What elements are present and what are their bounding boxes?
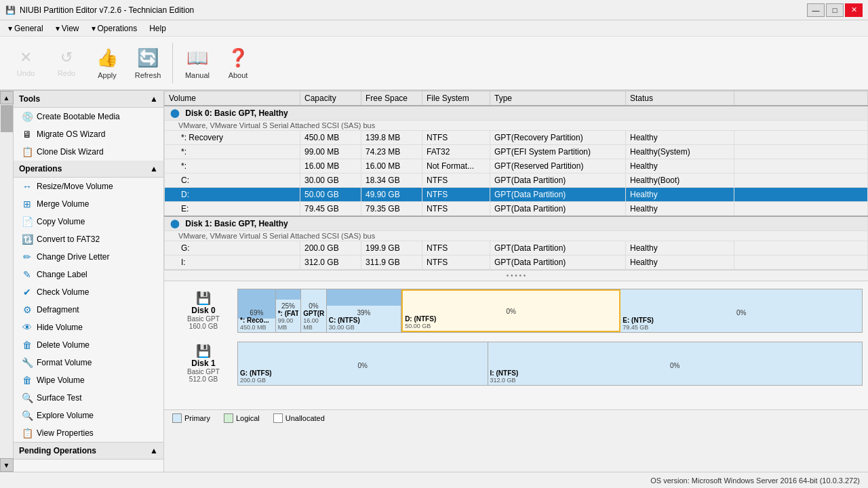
sidebar-check[interactable]: ✔ Check Volume xyxy=(14,283,163,301)
menu-general[interactable]: ▾ General xyxy=(3,22,49,35)
disk1-label: 💾 Disk 1 Basic GPT 512.0 GB xyxy=(170,341,237,386)
disk0-header-row: ⬤ Disk 0: Basic GPT, Healthy xyxy=(165,106,868,121)
refresh-button[interactable]: 🔄 Refresh xyxy=(129,39,167,87)
disk1-size: 512.0 GB xyxy=(172,375,235,383)
partition-label-area: 0%G: (NTFS)200.0 GB xyxy=(238,361,488,385)
main-area: ▲ ▼ Tools ▲ 💿 Create Bootable Media 🖥 Mi… xyxy=(0,91,868,472)
disk1-header-row: ⬤ Disk 1: Basic GPT, Healthy xyxy=(165,216,868,231)
undo-icon: ✕ xyxy=(20,49,32,66)
sidebar-convert-fat32[interactable]: 🔃 Convert to FAT32 xyxy=(14,230,163,248)
pending-header-label: Pending Operations xyxy=(19,446,96,455)
partition-block[interactable]: 0%GPT(Re...16.00 MB xyxy=(301,289,326,332)
redo-icon: ↺ xyxy=(60,49,73,66)
table-row[interactable]: *: Recovery 450.0 MB 139.8 MB NTFS GPT(R… xyxy=(165,131,868,145)
table-row[interactable]: *: 99.00 MB 74.23 MB FAT32 GPT(EFI Syste… xyxy=(165,145,868,159)
titlebar-controls: — □ ✕ xyxy=(807,3,863,17)
minimize-button[interactable]: — xyxy=(807,3,825,17)
partition-table-wrapper[interactable]: Volume Capacity Free Space File System T… xyxy=(164,91,868,270)
about-button[interactable]: ❓ About xyxy=(219,39,257,87)
copy-icon: 📄 xyxy=(22,216,33,227)
partition-block[interactable]: 69%*: Reco...450.0 MB xyxy=(238,289,276,332)
scroll-down-btn[interactable]: ▼ xyxy=(0,458,14,472)
menu-view[interactable]: ▾ View xyxy=(50,22,85,35)
sidebar-format[interactable]: 🔧 Format Volume xyxy=(14,354,163,371)
disk0-label: 💾 Disk 0 Basic GPT 160.0 GB xyxy=(170,288,237,333)
partition-size: 50.00 GB xyxy=(405,323,617,329)
partition-pct: 39% xyxy=(329,309,399,317)
table-row[interactable]: I: 312.0 GB 311.9 GB NTFS GPT(Data Parti… xyxy=(165,256,868,270)
partition-label-area: 25%*: (FAT...99.00 MB xyxy=(276,301,300,332)
toolbar: ✕ Undo ↺ Redo 👍 Apply 🔄 Refresh 📖 Manual… xyxy=(0,37,868,91)
left-scrollbar[interactable]: ▲ ▼ xyxy=(0,91,14,472)
table-row[interactable]: D: 50.00 GB 49.90 GB NTFS GPT(Data Parti… xyxy=(165,188,868,202)
undo-button[interactable]: ✕ Undo xyxy=(7,39,45,87)
sidebar-properties[interactable]: 📋 View Properties xyxy=(14,424,163,442)
legend-logical: Logical xyxy=(224,413,260,423)
table-row[interactable]: G: 200.0 GB 199.9 GB NTFS GPT(Data Parti… xyxy=(165,241,868,256)
partition-name: GPT(Re... xyxy=(303,310,323,317)
partition-fill-bar xyxy=(276,289,300,300)
apply-button[interactable]: 👍 Apply xyxy=(88,39,126,87)
sidebar-copy[interactable]: 📄 Copy Volume xyxy=(14,213,163,230)
sidebar-defrag[interactable]: ⚙ Defragment xyxy=(14,301,163,319)
sidebar-wipe[interactable]: 🗑 Wipe Volume xyxy=(14,371,163,389)
scroll-up-btn[interactable]: ▲ xyxy=(0,91,14,104)
sidebar-resize-label: Resize/Move Volume xyxy=(37,182,113,191)
partition-block[interactable]: 0%G: (NTFS)200.0 GB xyxy=(238,342,488,385)
sidebar-migrate-os[interactable]: 🖥 Migrate OS Wizard xyxy=(14,125,163,143)
partition-size: 16.00 MB xyxy=(303,317,323,331)
partition-block[interactable]: 0%D: (NTFS)50.00 GB xyxy=(401,289,620,332)
close-button[interactable]: ✕ xyxy=(845,3,863,17)
table-row[interactable]: E: 79.45 GB 79.35 GB NTFS GPT(Data Parti… xyxy=(165,202,868,217)
sidebar-change-label[interactable]: ✎ Change Label xyxy=(14,266,163,283)
statusbar: OS version: Microsoft Windows Server 201… xyxy=(0,472,868,488)
disk1-header-text: Disk 1: Basic GPT, Healthy xyxy=(185,219,288,228)
menu-help[interactable]: Help xyxy=(144,22,172,35)
menu-operations[interactable]: ▾ Operations xyxy=(86,22,143,35)
partition-label-area: 0%GPT(Re...16.00 MB xyxy=(301,301,326,332)
disk1-sub-row: VMware, VMware Virtual S Serial Attached… xyxy=(165,231,868,241)
legend-unalloc: Unallocated xyxy=(273,413,325,423)
hide-icon: 👁 xyxy=(22,322,33,333)
menu-view-arrow: ▾ xyxy=(56,24,60,33)
col-fs: File System xyxy=(422,92,490,106)
operations-section-header[interactable]: Operations ▲ xyxy=(14,161,163,178)
scroll-track xyxy=(0,104,13,458)
sidebar-create-bootable[interactable]: 💿 Create Bootable Media xyxy=(14,108,163,125)
partition-name: *: Reco... xyxy=(240,317,273,324)
partition-fill-bar xyxy=(327,289,401,306)
col-volume: Volume xyxy=(165,92,300,106)
partition-block[interactable]: 0%E: (NTFS)79.45 GB xyxy=(620,289,862,332)
menu-view-label: View xyxy=(62,24,79,33)
menu-general-label: General xyxy=(14,24,43,33)
legend-primary-box xyxy=(172,413,182,423)
partition-block[interactable]: 25%*: (FAT...99.00 MB xyxy=(276,289,301,332)
sidebar-resize[interactable]: ↔ Resize/Move Volume xyxy=(14,178,163,195)
pending-section-header[interactable]: Pending Operations ▲ xyxy=(14,442,163,460)
toolbar-separator xyxy=(172,43,173,83)
partition-pct: 0% xyxy=(623,309,860,317)
sidebar-merge[interactable]: ⊞ Merge Volume xyxy=(14,195,163,213)
app-title: NIUBI Partition Editor v7.2.6 - Technici… xyxy=(20,5,194,15)
redo-label: Redo xyxy=(58,69,75,77)
partition-block[interactable]: 0%I: (NTFS)312.0 GB xyxy=(488,342,862,385)
table-row[interactable]: C: 30.00 GB 18.34 GB NTFS GPT(Data Parti… xyxy=(165,174,868,188)
sidebar-change-letter[interactable]: ✏ Change Drive Letter xyxy=(14,248,163,266)
maximize-button[interactable]: □ xyxy=(826,3,844,17)
sidebar-surface[interactable]: 🔍 Surface Test xyxy=(14,389,163,407)
app-icon: 💾 xyxy=(5,5,16,15)
sidebar-hide[interactable]: 👁 Hide Volume xyxy=(14,319,163,336)
table-row[interactable]: *: 16.00 MB 16.00 MB Not Format... GPT(R… xyxy=(165,159,868,174)
manual-button[interactable]: 📖 Manual xyxy=(178,39,216,87)
sidebar-clone-disk[interactable]: 📋 Clone Disk Wizard xyxy=(14,143,163,161)
tools-section-header[interactable]: Tools ▲ xyxy=(14,91,163,108)
pending-collapse-icon: ▲ xyxy=(150,446,158,455)
partition-block[interactable]: 39%C: (NTFS)30.00 GB xyxy=(327,289,401,332)
wipe-icon: 🗑 xyxy=(22,375,33,386)
about-icon: ❓ xyxy=(227,47,249,68)
sidebar-explore[interactable]: 🔍 Explore Volume xyxy=(14,407,163,424)
sidebar-delete[interactable]: 🗑 Delete Volume xyxy=(14,336,163,354)
sidebar-bootable-label: Create Bootable Media xyxy=(37,112,120,121)
sidebar-change-label-label: Change Label xyxy=(37,270,87,279)
redo-button[interactable]: ↺ Redo xyxy=(47,39,85,87)
